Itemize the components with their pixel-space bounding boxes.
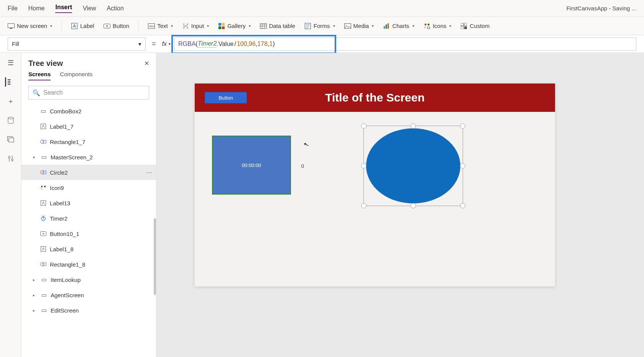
svg-point-19: [424, 23, 426, 25]
canvas-timer-label[interactable]: 0: [301, 163, 304, 169]
hamburger-icon[interactable]: ☰: [6, 58, 15, 67]
svg-rect-26: [464, 26, 467, 29]
formula-input[interactable]: RGBA(Timer2.Value / 100, 96, 178, 1): [174, 38, 636, 51]
tree-item-editscreen[interactable]: ▸▭EditScreen: [21, 303, 156, 318]
menu-file[interactable]: File: [8, 5, 18, 12]
tree-item-circle2[interactable]: Circle2⋯: [21, 165, 156, 180]
close-icon[interactable]: ✕: [144, 60, 149, 67]
search-icon: 🔍: [33, 89, 40, 97]
icons-dropdown[interactable]: + Icons ▾: [424, 23, 452, 29]
resize-handle[interactable]: [361, 203, 366, 208]
tree-item-button10-1[interactable]: Button10_1: [21, 226, 156, 241]
menu-action[interactable]: Action: [107, 5, 123, 12]
tree-item-label1-7[interactable]: Label1_7: [21, 119, 156, 134]
input-dropdown[interactable]: Input ▾: [182, 23, 209, 29]
svg-rect-29: [9, 138, 14, 142]
tree-view-icon[interactable]: [5, 77, 14, 87]
insert-icon[interactable]: ＋: [6, 97, 15, 106]
canvas-timer-control[interactable]: 00:00:00: [212, 136, 291, 195]
menu-bar: File Home Insert View Action FirstCanvas…: [0, 0, 644, 17]
artboard[interactable]: Button Title of the Screen 00:00:00 0: [195, 84, 555, 287]
advanced-icon[interactable]: [6, 154, 15, 163]
resize-handle[interactable]: [411, 123, 416, 129]
tree-item-label13[interactable]: Label13: [21, 195, 156, 211]
canvas-area[interactable]: Button Title of the Screen 00:00:00 0: [156, 53, 644, 357]
resize-handle[interactable]: [411, 203, 416, 208]
fx-button[interactable]: fx ▾: [162, 41, 170, 47]
forms-dropdown-label: Forms: [314, 23, 330, 29]
label-button[interactable]: Label: [71, 23, 94, 29]
media-dropdown[interactable]: Media ▾: [344, 23, 374, 29]
svg-point-27: [8, 117, 13, 119]
charts-icon: [383, 23, 390, 29]
datatable-button[interactable]: Data table: [260, 23, 295, 29]
text-icon: Abc: [148, 23, 155, 29]
label-button-label: Label: [80, 23, 94, 29]
button-icon: [104, 23, 110, 29]
menu-insert[interactable]: Insert: [55, 4, 72, 13]
svg-text:+: +: [424, 26, 426, 29]
svg-rect-16: [384, 26, 385, 29]
custom-dropdown[interactable]: Custom: [460, 23, 490, 29]
tree-item-combobox2[interactable]: ▭ComboBox2: [21, 103, 156, 119]
tree-item-itemlookup[interactable]: ▸▭ItemLookup: [21, 272, 156, 287]
canvas-circle2[interactable]: [366, 128, 460, 203]
tree-item-icon9[interactable]: +Icon9: [21, 180, 156, 195]
tab-components[interactable]: Components: [60, 71, 92, 80]
tree-item-rectangle1-7[interactable]: Rectangle1_7: [21, 134, 156, 149]
chevron-down-icon[interactable]: ▾: [33, 155, 38, 159]
new-screen-button[interactable]: New screen ▾: [8, 23, 52, 29]
tree-item-rectangle1-8[interactable]: Rectangle1_8: [21, 257, 156, 272]
media-rail-icon[interactable]: [6, 135, 15, 144]
more-icon[interactable]: ⋯: [146, 169, 152, 176]
screen-title: Title of the Screen: [195, 91, 555, 104]
svg-point-4: [106, 25, 108, 27]
charts-dropdown[interactable]: Charts ▾: [383, 23, 414, 29]
icons-icon: +: [424, 23, 430, 29]
tree-item-label1-8[interactable]: Label1_8: [21, 241, 156, 257]
data-icon[interactable]: [6, 116, 15, 125]
datatable-icon: [260, 23, 267, 29]
svg-rect-9: [222, 23, 225, 26]
tree-item-agentscreen[interactable]: ▸▭AgentScreen: [21, 287, 156, 303]
resize-handle[interactable]: [361, 163, 366, 169]
selection-box[interactable]: [363, 126, 463, 206]
left-rail: ☰ ＋: [0, 53, 21, 357]
resize-handle[interactable]: [460, 203, 465, 208]
tree-item-timer2[interactable]: Timer2: [21, 211, 156, 226]
tree-view-title: Tree view: [28, 59, 63, 68]
menu-home[interactable]: Home: [28, 5, 45, 12]
chevron-right-icon[interactable]: ▸: [33, 308, 38, 313]
property-select[interactable]: Fill ▾: [8, 38, 146, 51]
chevron-right-icon[interactable]: ▸: [33, 278, 38, 282]
tree-item-masterscreen-2[interactable]: ▾▭MasterScreen_2: [21, 149, 156, 165]
chevron-down-icon: ▾: [249, 24, 251, 28]
svg-text:Abc: Abc: [149, 25, 154, 28]
resize-handle[interactable]: [361, 123, 366, 129]
tree-scrollbar[interactable]: [154, 218, 156, 295]
forms-dropdown[interactable]: Forms ▾: [304, 23, 335, 29]
chevron-down-icon: ▾: [449, 24, 451, 28]
custom-dropdown-label: Custom: [470, 23, 490, 29]
tab-screens[interactable]: Screens: [28, 71, 51, 80]
resize-handle[interactable]: [460, 123, 465, 129]
screen-icon: ▭: [41, 154, 48, 160]
label-icon: [40, 246, 47, 252]
media-icon: [344, 23, 351, 29]
chevron-right-icon[interactable]: ▸: [33, 293, 38, 297]
screen-body: 00:00:00 0 ↖: [195, 112, 555, 287]
screen-header: Button Title of the Screen: [195, 84, 555, 112]
gallery-dropdown[interactable]: Gallery ▾: [218, 23, 251, 29]
menu-view[interactable]: View: [83, 5, 96, 12]
chevron-down-icon: ▾: [412, 24, 414, 28]
tree-search-input[interactable]: 🔍 Search: [28, 86, 149, 100]
text-dropdown[interactable]: Abc Text ▾: [148, 23, 173, 29]
media-dropdown-label: Media: [353, 23, 369, 29]
button-button[interactable]: Button: [104, 23, 129, 29]
resize-handle[interactable]: [460, 163, 465, 169]
gallery-icon: [218, 23, 225, 29]
svg-point-38: [44, 186, 46, 187]
label-icon: [71, 23, 78, 29]
canvas-button-control[interactable]: Button: [205, 92, 247, 103]
new-screen-label: New screen: [17, 23, 47, 29]
